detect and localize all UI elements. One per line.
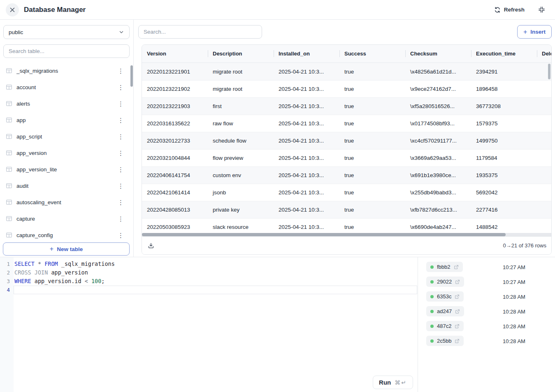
table-row[interactable]: 20220321004844 flow preview 2025-04-21 1… <box>142 149 551 166</box>
table-menu-button[interactable]: ⋮ <box>115 148 126 158</box>
table-search-input[interactable] <box>3 44 130 58</box>
sidebar-table-item[interactable]: app ⋮ <box>0 112 130 128</box>
cell-version: 20220421061414 <box>142 184 208 201</box>
history-query-pill[interactable]: 6353c <box>426 291 464 302</box>
cell-success: true <box>339 63 405 80</box>
history-query-pill[interactable]: 2c5bb <box>426 336 464 346</box>
code-text: WHERE app_version.id < 100; <box>14 277 104 286</box>
code-area[interactable]: 1 SELECT * FROM _sqlx_migrations 2 CROSS… <box>0 260 418 294</box>
cell-installed-on: 2025-04-21 10:3... <box>274 115 339 132</box>
new-table-button[interactable]: + New table <box>3 242 130 256</box>
table-list: _sqlx_migrations ⋮ account ⋮ <box>0 62 130 240</box>
table-row[interactable]: 20220428085013 private key 2025-04-21 10… <box>142 201 551 218</box>
success-dot-icon <box>430 295 434 298</box>
cell-description: migrate root <box>208 63 274 80</box>
table-name: audit <box>16 183 111 189</box>
download-button[interactable] <box>147 242 155 250</box>
sidebar-scrollbar[interactable] <box>130 65 133 87</box>
sidebar-table-item[interactable]: audit ⋮ <box>0 178 130 194</box>
table-menu-button[interactable]: ⋮ <box>115 165 126 174</box>
insert-button[interactable]: + Insert <box>517 25 552 39</box>
column-header[interactable]: Execution_time <box>471 45 537 62</box>
table-menu-button[interactable]: ⋮ <box>115 66 126 76</box>
external-link-icon <box>455 294 460 299</box>
table-menu-button[interactable]: ⋮ <box>115 214 126 224</box>
cell-deleted <box>537 150 552 166</box>
code-line-4-active[interactable]: 4 <box>0 286 418 294</box>
bottom-panel: 1 SELECT * FROM _sqlx_migrations 2 CROSS… <box>0 257 555 392</box>
cell-installed-on: 2025-04-21 10:3... <box>274 184 339 201</box>
cell-success: true <box>339 132 405 149</box>
table-row[interactable]: 20220421061414 jsonb 2025-04-21 10:3... … <box>142 184 551 201</box>
cell-execution-time: 2277416 <box>471 201 537 218</box>
sidebar-table-item[interactable]: _sqlx_migrations ⋮ <box>0 62 130 79</box>
plus-icon: + <box>50 246 53 252</box>
table-row[interactable]: 20220123221902 migrate root 2025-04-21 1… <box>142 80 551 97</box>
cell-description: first <box>208 98 274 115</box>
sidebar-table-item[interactable]: app_version ⋮ <box>0 145 130 161</box>
cell-checksum: \x3669a629aa53... <box>405 150 471 166</box>
column-header[interactable]: Dele <box>537 45 552 62</box>
table-menu-button[interactable]: ⋮ <box>115 132 126 141</box>
cell-checksum: \xf5a280516526... <box>405 98 471 115</box>
table-row[interactable]: 20220123221903 first 2025-04-21 10:3... … <box>142 97 551 115</box>
table-menu-button[interactable]: ⋮ <box>115 231 126 240</box>
table-name: app <box>16 117 111 123</box>
refresh-button[interactable]: Refresh <box>494 7 525 13</box>
cell-execution-time: 1499750 <box>471 132 537 149</box>
line-number: 4 <box>0 286 14 294</box>
table-menu-button[interactable]: ⋮ <box>115 115 126 125</box>
sidebar-table-item[interactable]: capture ⋮ <box>0 210 130 227</box>
history-query-pill[interactable]: ad247 <box>426 306 464 316</box>
table-menu-button[interactable]: ⋮ <box>115 83 126 92</box>
table-name: app_version_lite <box>16 166 111 173</box>
topbar: Database Manager Refresh <box>0 0 555 20</box>
cell-installed-on: 2025-04-21 10:3... <box>274 132 339 149</box>
history-query-pill[interactable]: 29022 <box>426 277 464 287</box>
table-row[interactable]: 20220316135622 raw flow 2025-04-21 10:3.… <box>142 115 551 132</box>
sidebar-table-item[interactable]: account ⋮ <box>0 79 130 95</box>
sidebar-table-item[interactable]: app_script ⋮ <box>0 128 130 145</box>
success-dot-icon <box>430 265 434 269</box>
table-horizontal-scrollbar-thumb[interactable] <box>142 233 506 236</box>
sidebar-table-item[interactable]: autoscaling_event ⋮ <box>0 194 130 210</box>
schema-select[interactable]: public <box>3 25 130 39</box>
close-icon <box>9 7 15 13</box>
column-header[interactable]: Success <box>339 45 405 62</box>
line-number: 2 <box>0 268 14 277</box>
table-row[interactable]: 20220320122733 schedule flow 2025-04-21 … <box>142 132 551 149</box>
table-name: capture <box>16 216 111 222</box>
column-header[interactable]: Installed_on <box>274 45 339 62</box>
sidebar-table-item[interactable]: capture_config ⋮ <box>0 227 130 240</box>
table-menu-button[interactable]: ⋮ <box>115 181 126 191</box>
table-header-row: Version Description Installed_on Success… <box>142 45 551 63</box>
run-button[interactable]: Run ⌘↵ <box>373 376 413 389</box>
table-name: capture_config <box>16 232 111 238</box>
sidebar: public _sqlx_migrations ⋮ <box>0 20 134 257</box>
plus-icon: + <box>523 29 527 35</box>
column-header[interactable]: Version <box>142 45 208 62</box>
cell-checksum: \x691b1e3980ce... <box>405 167 471 184</box>
cmd-enter-shortcut: ⌘↵ <box>395 379 407 386</box>
table-name: app_script <box>16 134 111 140</box>
table-menu-button[interactable]: ⋮ <box>115 99 126 108</box>
rows-count: 0→21 of 376 rows <box>503 242 546 249</box>
sql-editor[interactable]: 1 SELECT * FROM _sqlx_migrations 2 CROSS… <box>0 257 418 392</box>
history-query-pill[interactable]: 487c2 <box>426 321 464 331</box>
cell-description: migrate root <box>208 81 274 97</box>
line-number: 1 <box>0 260 14 268</box>
sidebar-table-item[interactable]: app_version_lite ⋮ <box>0 161 130 178</box>
table-row[interactable]: 20220406141754 custom env 2025-04-21 10:… <box>142 166 551 184</box>
column-header[interactable]: Checksum <box>405 45 471 62</box>
collapse-fullscreen-button[interactable] <box>538 6 545 13</box>
sidebar-table-item[interactable]: alerts ⋮ <box>0 95 130 112</box>
history-query-pill[interactable]: fbbb2 <box>426 262 463 272</box>
table-vertical-scrollbar[interactable] <box>548 64 550 79</box>
rows-search-input[interactable] <box>138 25 262 39</box>
close-button[interactable] <box>6 3 19 16</box>
table-row[interactable]: 20220123221901 migrate root 2025-04-21 1… <box>142 63 551 80</box>
table-horizontal-scrollbar-track[interactable] <box>142 233 551 236</box>
column-header[interactable]: Description <box>208 45 274 62</box>
table-icon <box>6 133 12 140</box>
table-menu-button[interactable]: ⋮ <box>115 198 126 207</box>
